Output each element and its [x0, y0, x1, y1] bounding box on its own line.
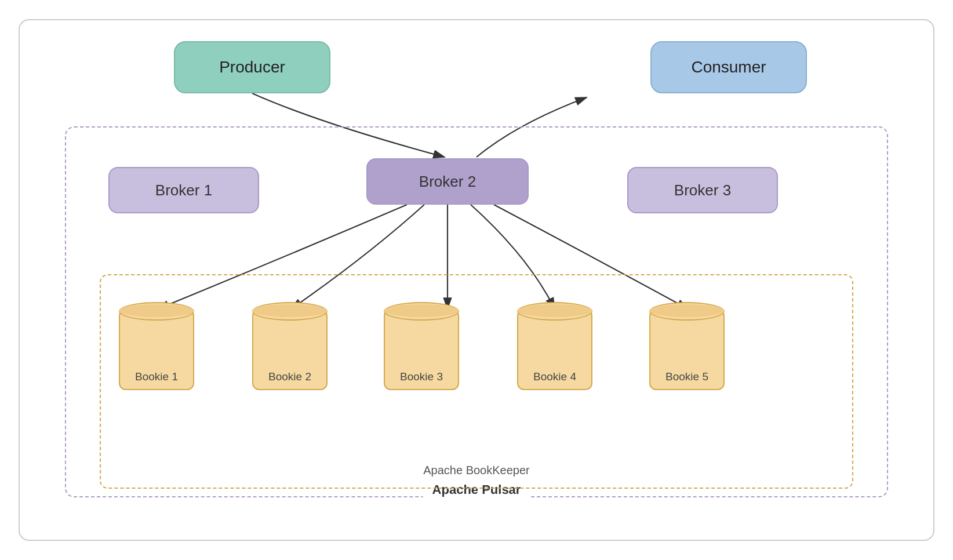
bookie3-label: Bookie 3 — [400, 370, 443, 383]
bookie5-node: Bookie 5 — [649, 309, 725, 390]
bookie2-node: Bookie 2 — [252, 309, 328, 390]
producer-node: Producer — [174, 41, 330, 93]
broker3-node: Broker 3 — [627, 167, 778, 213]
bookie4-cylinder: Bookie 4 — [517, 309, 592, 390]
bookie3-cylinder: Bookie 3 — [384, 309, 459, 390]
bookie4-label: Bookie 4 — [533, 370, 576, 383]
broker2-label: Broker 2 — [419, 173, 476, 191]
bookie1-node: Bookie 1 — [119, 309, 194, 390]
bookie5-label: Bookie 5 — [665, 370, 708, 383]
bookie2-cylinder: Bookie 2 — [252, 309, 328, 390]
bookkeeper-label: Apache BookKeeper — [416, 464, 536, 477]
bookie3-node: Bookie 3 — [384, 309, 459, 390]
bookie5-cylinder: Bookie 5 — [649, 309, 725, 390]
broker1-node: Broker 1 — [108, 167, 259, 213]
broker3-label: Broker 3 — [674, 181, 731, 199]
broker1-label: Broker 1 — [155, 181, 212, 199]
bookie1-cylinder: Bookie 1 — [119, 309, 194, 390]
bookkeeper-boundary: Apache BookKeeper — [100, 274, 853, 489]
bookie1-label: Bookie 1 — [135, 370, 178, 383]
main-container: Apache Pulsar Apache BookKeeper Producer… — [19, 19, 934, 541]
consumer-label: Consumer — [691, 58, 766, 77]
bookie2-label: Bookie 2 — [268, 370, 311, 383]
producer-label: Producer — [219, 58, 285, 77]
diagram: Apache Pulsar Apache BookKeeper Producer… — [42, 31, 911, 529]
consumer-node: Consumer — [650, 41, 807, 93]
broker2-node: Broker 2 — [366, 158, 529, 205]
bookie4-node: Bookie 4 — [517, 309, 592, 390]
